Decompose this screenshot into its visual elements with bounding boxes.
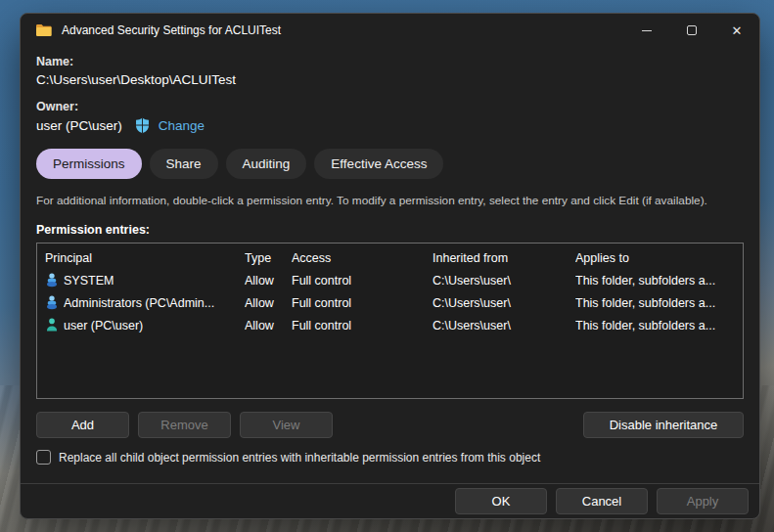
entry-inherited-from: C:\Users\user\ bbox=[433, 274, 575, 288]
table-row[interactable]: SYSTEM Allow Full control C:\Users\user\… bbox=[37, 269, 743, 291]
cancel-button[interactable]: Cancel bbox=[556, 488, 648, 514]
entry-applies-to: This folder, subfolders a... bbox=[575, 296, 743, 310]
entry-inherited-from: C:\Users\user\ bbox=[433, 319, 575, 332]
permission-entries-label: Permission entries: bbox=[36, 223, 744, 237]
owner-value: user (PC\user) bbox=[36, 118, 122, 133]
entry-type: Allow bbox=[245, 319, 292, 332]
table-row[interactable]: Administrators (PC\Admin... Allow Full c… bbox=[37, 291, 743, 314]
entry-type: Allow bbox=[245, 274, 292, 288]
column-header-applies-to[interactable]: Applies to bbox=[575, 251, 743, 265]
folder-icon bbox=[35, 23, 52, 37]
ok-button[interactable]: OK bbox=[455, 488, 547, 514]
maximize-icon bbox=[687, 25, 697, 35]
minimize-icon bbox=[642, 30, 652, 31]
table-header-row: Principal Type Access Inherited from App… bbox=[37, 246, 743, 269]
window-title: Advanced Security Settings for ACLUITest bbox=[62, 23, 281, 37]
add-button[interactable]: Add bbox=[36, 412, 129, 438]
titlebar: Advanced Security Settings for ACLUITest… bbox=[21, 14, 759, 47]
disable-inheritance-button[interactable]: Disable inheritance bbox=[583, 412, 744, 438]
permission-entries-table[interactable]: Principal Type Access Inherited from App… bbox=[36, 243, 744, 399]
entry-inherited-from: C:\Users\user\ bbox=[433, 296, 575, 310]
name-value: C:\Users\user\Desktop\ACLUITest bbox=[36, 72, 744, 87]
dialog-footer: OK Cancel Apply bbox=[21, 483, 759, 518]
close-icon: ✕ bbox=[732, 24, 743, 37]
info-text: For additional information, double-click… bbox=[36, 194, 744, 207]
entry-applies-to: This folder, subfolders a... bbox=[575, 319, 743, 332]
entry-access: Full control bbox=[292, 319, 433, 332]
tab-auditing[interactable]: Auditing bbox=[226, 149, 307, 179]
replace-child-permissions-label: Replace all child object permission entr… bbox=[59, 451, 540, 465]
minimize-button[interactable] bbox=[624, 14, 669, 47]
principal-name: SYSTEM bbox=[64, 274, 114, 288]
change-owner-link[interactable]: Change bbox=[159, 118, 205, 133]
entry-applies-to: This folder, subfolders a... bbox=[575, 274, 743, 288]
close-button[interactable]: ✕ bbox=[714, 14, 759, 47]
principal-name: user (PC\user) bbox=[64, 319, 143, 332]
maximize-button[interactable] bbox=[669, 14, 714, 47]
tab-permissions[interactable]: Permissions bbox=[36, 149, 142, 179]
column-header-type[interactable]: Type bbox=[245, 251, 292, 265]
entry-type: Allow bbox=[245, 296, 292, 310]
owner-label: Owner: bbox=[36, 100, 744, 113]
column-header-principal[interactable]: Principal bbox=[45, 251, 245, 265]
remove-button[interactable]: Remove bbox=[138, 412, 231, 438]
view-button[interactable]: View bbox=[240, 412, 333, 438]
single-user-icon bbox=[45, 318, 59, 332]
apply-button[interactable]: Apply bbox=[657, 488, 749, 514]
tab-bar: Permissions Share Auditing Effective Acc… bbox=[36, 149, 744, 179]
group-user-icon bbox=[45, 273, 59, 288]
column-header-inherited-from[interactable]: Inherited from bbox=[433, 251, 575, 265]
replace-child-permissions-checkbox[interactable] bbox=[36, 450, 51, 465]
group-user-icon bbox=[45, 295, 59, 310]
entry-access: Full control bbox=[292, 274, 433, 288]
principal-name: Administrators (PC\Admin... bbox=[64, 296, 214, 310]
entry-access: Full control bbox=[292, 296, 433, 310]
tab-effective-access[interactable]: Effective Access bbox=[314, 149, 443, 179]
table-row[interactable]: user (PC\user) Allow Full control C:\Use… bbox=[37, 314, 743, 336]
name-label: Name: bbox=[36, 55, 744, 68]
tab-share[interactable]: Share bbox=[150, 149, 218, 179]
column-header-access[interactable]: Access bbox=[292, 251, 433, 265]
uac-shield-icon bbox=[134, 117, 151, 134]
advanced-security-settings-dialog: Advanced Security Settings for ACLUITest… bbox=[20, 13, 760, 519]
